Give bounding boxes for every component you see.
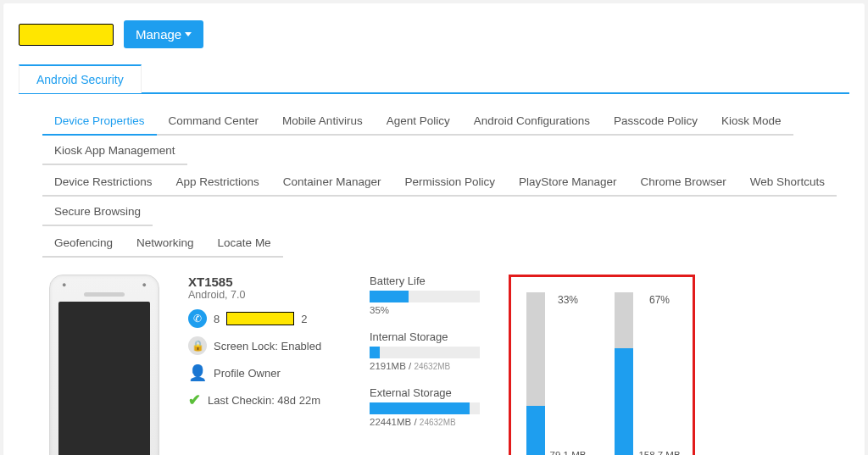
tab-android-configurations[interactable]: Android Configurations bbox=[462, 106, 602, 136]
internal-fill bbox=[370, 347, 380, 358]
mobile-data-bar bbox=[526, 292, 545, 455]
manage-label: Manage bbox=[136, 27, 181, 42]
battery-label: Battery Life bbox=[370, 275, 488, 287]
device-phone-row: ✆ 82 bbox=[188, 309, 349, 328]
chevron-down-icon bbox=[185, 32, 192, 36]
external-group: External Storage 22441MB / 24632MB bbox=[370, 386, 488, 427]
external-val: 22441MB / 24632MB bbox=[370, 417, 488, 427]
lock-icon: 🔒 bbox=[188, 336, 207, 355]
external-bar bbox=[370, 402, 480, 414]
wifi-data-col: 67% 158.7 MB Wifi Data bbox=[615, 292, 681, 455]
battery-bar bbox=[370, 291, 480, 302]
battery-group: Battery Life 35% bbox=[370, 275, 488, 315]
tab-permission-policy[interactable]: Permission Policy bbox=[392, 167, 507, 197]
battery-fill bbox=[370, 291, 409, 302]
tab-locate-me[interactable]: Locate Me bbox=[206, 228, 283, 258]
data-usage-chart: 33% 79.1 MB Mobile Data 67% 158.7 MB Wi bbox=[509, 275, 695, 455]
checkin-row: ✔ Last Checkin: 48d 22m bbox=[188, 391, 349, 409]
internal-group: Internal Storage 2191MB / 24632MB bbox=[370, 330, 488, 371]
internal-bar bbox=[370, 347, 480, 358]
mobile-data-fill bbox=[526, 406, 545, 455]
wifi-data-amt: 158.7 MB bbox=[638, 450, 680, 455]
device-tabs-row-3: Geofencing Networking Locate Me bbox=[19, 228, 849, 258]
tab-mobile-antivirus[interactable]: Mobile Antivirus bbox=[270, 106, 375, 136]
device-tabs-row: Device Properties Command Center Mobile … bbox=[19, 106, 849, 165]
device-model: XT1585 bbox=[188, 275, 349, 289]
mobile-data-amt: 79.1 MB bbox=[550, 450, 587, 455]
tab-secure-browsing[interactable]: Secure Browsing bbox=[42, 197, 153, 226]
tab-geofencing[interactable]: Geofencing bbox=[42, 228, 125, 258]
tab-app-restrictions[interactable]: App Restrictions bbox=[164, 167, 271, 197]
tab-playstore-manager[interactable]: PlayStore Manager bbox=[507, 167, 629, 197]
tab-passcode-policy[interactable]: Passcode Policy bbox=[602, 106, 709, 136]
checkin-text: Last Checkin: 48d 22m bbox=[208, 394, 320, 407]
tab-web-shortcuts[interactable]: Web Shortcuts bbox=[738, 167, 837, 197]
tab-device-restrictions[interactable]: Device Restrictions bbox=[42, 167, 164, 197]
phone-redacted bbox=[226, 312, 294, 325]
device-tabs-row-2: Device Restrictions App Restrictions Con… bbox=[19, 167, 849, 226]
usage-bars: Battery Life 35% Internal Storage 2191MB… bbox=[370, 275, 488, 455]
external-fill bbox=[370, 402, 470, 414]
device-os: Android, 7.0 bbox=[188, 289, 349, 301]
external-label: External Storage bbox=[370, 386, 488, 399]
tab-command-center[interactable]: Command Center bbox=[157, 106, 271, 136]
mobile-data-pct: 33% bbox=[550, 294, 587, 306]
mobile-data-col: 33% 79.1 MB Mobile Data bbox=[523, 292, 589, 455]
tab-chrome-browser[interactable]: Chrome Browser bbox=[629, 167, 738, 197]
tab-android-security[interactable]: Android Security bbox=[19, 64, 142, 93]
internal-label: Internal Storage bbox=[370, 330, 488, 343]
phone-suffix: 2 bbox=[301, 313, 307, 325]
device-illustration: ●● bbox=[49, 275, 168, 455]
tab-container-manager[interactable]: Container Manager bbox=[271, 167, 393, 197]
tab-kiosk-mode[interactable]: Kiosk Mode bbox=[709, 106, 793, 136]
owner-row: 👤 Profile Owner bbox=[188, 363, 349, 382]
phone-icon: ✆ bbox=[188, 309, 207, 328]
tab-device-properties[interactable]: Device Properties bbox=[42, 106, 157, 136]
battery-pct: 35% bbox=[370, 305, 488, 315]
wifi-data-fill bbox=[615, 348, 633, 455]
person-icon: 👤 bbox=[188, 363, 207, 382]
tab-kiosk-app-management[interactable]: Kiosk App Management bbox=[42, 136, 187, 165]
tab-networking[interactable]: Networking bbox=[125, 228, 206, 258]
security-tab-bar: Android Security bbox=[19, 64, 849, 94]
owner-text: Profile Owner bbox=[214, 367, 281, 380]
screen-lock-row: 🔒 Screen Lock: Enabled bbox=[188, 336, 349, 355]
phone-prefix: 8 bbox=[214, 313, 220, 325]
device-info: XT1585 Android, 7.0 ✆ 82 🔒 Screen Lock: … bbox=[188, 275, 349, 455]
internal-val: 2191MB / 24632MB bbox=[370, 361, 488, 371]
manage-button[interactable]: Manage bbox=[124, 20, 203, 48]
tab-agent-policy[interactable]: Agent Policy bbox=[375, 106, 462, 136]
screen-lock-text: Screen Lock: Enabled bbox=[214, 340, 321, 352]
wifi-data-bar bbox=[615, 292, 633, 455]
device-name-redacted bbox=[19, 24, 114, 46]
content-area: ●● XT1585 Android, 7.0 ✆ 82 🔒 Screen Loc… bbox=[19, 259, 849, 455]
header-row: Manage bbox=[19, 20, 849, 48]
device-management-panel: Manage Android Security Device Propertie… bbox=[3, 3, 865, 455]
check-icon: ✔ bbox=[188, 391, 201, 409]
wifi-data-pct: 67% bbox=[638, 294, 680, 306]
